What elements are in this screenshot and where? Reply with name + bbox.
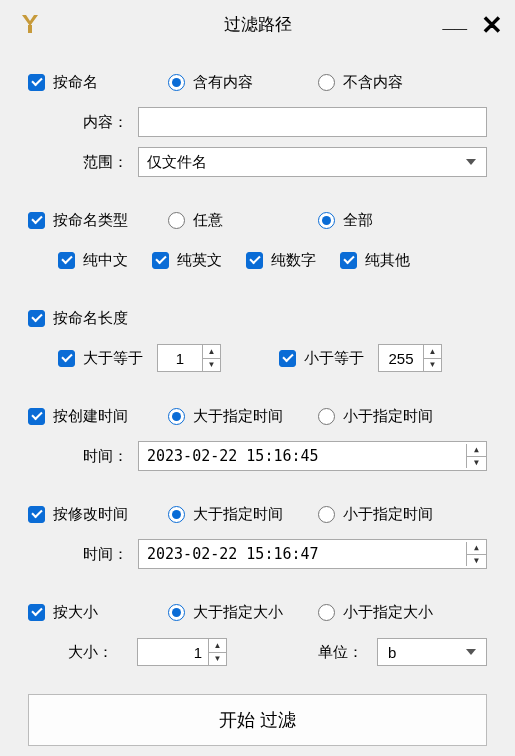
by-name-length-check[interactable]: 按命名长度 (28, 309, 128, 328)
ctime-gt-label: 大于指定时间 (193, 407, 283, 426)
radio-icon (318, 506, 335, 523)
titlebar: 过滤路径 __ ✕ (0, 0, 515, 48)
any-label: 任意 (193, 211, 223, 230)
size-spinner[interactable]: ▲▼ (137, 638, 227, 666)
type-number-check[interactable]: 纯数字 (246, 251, 316, 270)
mtime-gt-radio[interactable]: 大于指定时间 (168, 505, 318, 524)
checkbox-icon (279, 350, 296, 367)
size-gt-label: 大于指定大小 (193, 603, 283, 622)
by-name-type-check[interactable]: 按命名类型 (28, 211, 168, 230)
not-contains-label: 不含内容 (343, 73, 403, 92)
content-field-label: 内容： (58, 113, 128, 132)
by-create-time-check[interactable]: 按创建时间 (28, 407, 168, 426)
gte-spinner[interactable]: ▲▼ (157, 344, 221, 372)
spin-down-icon[interactable]: ▼ (467, 555, 486, 567)
contains-label: 含有内容 (193, 73, 253, 92)
size-field-label: 大小： (58, 643, 113, 662)
checkbox-icon (246, 252, 263, 269)
filter-path-window: 过滤路径 __ ✕ 按命名 含有内容 不含内容 内容： (0, 0, 515, 756)
gte-input[interactable] (158, 345, 202, 371)
size-lt-label: 小于指定大小 (343, 603, 433, 622)
radio-icon (168, 506, 185, 523)
checkbox-icon (28, 212, 45, 229)
type-chinese-check[interactable]: 纯中文 (58, 251, 128, 270)
ctime-lt-radio[interactable]: 小于指定时间 (318, 407, 433, 426)
close-button[interactable]: ✕ (481, 12, 503, 38)
all-label: 全部 (343, 211, 373, 230)
window-title: 过滤路径 (0, 13, 515, 36)
by-create-time-label: 按创建时间 (53, 407, 128, 426)
lte-label: 小于等于 (304, 349, 364, 368)
radio-icon (168, 604, 185, 621)
type-other-check[interactable]: 纯其他 (340, 251, 410, 270)
radio-icon (318, 212, 335, 229)
type-label: 纯中文 (83, 251, 128, 270)
gte-check[interactable]: 大于等于 (58, 349, 143, 368)
mtime-lt-radio[interactable]: 小于指定时间 (318, 505, 433, 524)
lte-input[interactable] (379, 345, 423, 371)
chevron-down-icon (466, 159, 476, 165)
type-label: 纯数字 (271, 251, 316, 270)
by-modify-time-check[interactable]: 按修改时间 (28, 505, 168, 524)
spin-up-icon[interactable]: ▲ (467, 444, 486, 457)
all-radio[interactable]: 全部 (318, 211, 373, 230)
minimize-button[interactable]: __ (443, 9, 467, 31)
mtime-input[interactable]: 2023-02-22 15:16:47 ▲▼ (138, 539, 487, 569)
scope-select[interactable]: 仅文件名 (138, 147, 487, 177)
ctime-field-label: 时间： (58, 447, 128, 466)
type-english-check[interactable]: 纯英文 (152, 251, 222, 270)
by-name-label: 按命名 (53, 73, 98, 92)
size-input[interactable] (138, 639, 208, 665)
by-name-check[interactable]: 按命名 (28, 73, 168, 92)
contains-radio[interactable]: 含有内容 (168, 73, 318, 92)
radio-icon (318, 604, 335, 621)
unit-select-value: b (388, 644, 396, 661)
mtime-field-label: 时间： (58, 545, 128, 564)
spin-down-icon[interactable]: ▼ (467, 457, 486, 469)
chevron-down-icon (466, 649, 476, 655)
type-label: 纯英文 (177, 251, 222, 270)
any-radio[interactable]: 任意 (168, 211, 318, 230)
ctime-value: 2023-02-22 15:16:45 (147, 447, 319, 465)
start-filter-button[interactable]: 开始 过滤 (28, 694, 487, 746)
by-size-label: 按大小 (53, 603, 98, 622)
size-gt-radio[interactable]: 大于指定大小 (168, 603, 318, 622)
mtime-value: 2023-02-22 15:16:47 (147, 545, 319, 563)
ctime-lt-label: 小于指定时间 (343, 407, 433, 426)
type-label: 纯其他 (365, 251, 410, 270)
gte-label: 大于等于 (83, 349, 143, 368)
mtime-lt-label: 小于指定时间 (343, 505, 433, 524)
by-name-length-label: 按命名长度 (53, 309, 128, 328)
content-area: 按命名 含有内容 不含内容 内容： 范围： 仅文件名 (0, 48, 515, 756)
spin-up-icon[interactable]: ▲ (467, 542, 486, 555)
spin-down-icon[interactable]: ▼ (424, 359, 441, 372)
ctime-gt-radio[interactable]: 大于指定时间 (168, 407, 318, 426)
lte-check[interactable]: 小于等于 (279, 349, 364, 368)
spin-up-icon[interactable]: ▲ (209, 639, 226, 653)
not-contains-radio[interactable]: 不含内容 (318, 73, 403, 92)
unit-field-label: 单位： (318, 643, 363, 662)
unit-select[interactable]: b (377, 638, 487, 666)
spin-down-icon[interactable]: ▼ (203, 359, 220, 372)
by-name-type-label: 按命名类型 (53, 211, 128, 230)
size-lt-radio[interactable]: 小于指定大小 (318, 603, 433, 622)
spin-up-icon[interactable]: ▲ (203, 345, 220, 359)
checkbox-icon (340, 252, 357, 269)
radio-icon (318, 408, 335, 425)
by-size-check[interactable]: 按大小 (28, 603, 168, 622)
checkbox-icon (28, 408, 45, 425)
content-input[interactable] (138, 107, 487, 137)
start-filter-label: 开始 过滤 (219, 708, 296, 732)
spin-down-icon[interactable]: ▼ (209, 653, 226, 666)
checkbox-icon (28, 604, 45, 621)
scope-field-label: 范围： (58, 153, 128, 172)
ctime-input[interactable]: 2023-02-22 15:16:45 ▲▼ (138, 441, 487, 471)
checkbox-icon (28, 310, 45, 327)
spin-up-icon[interactable]: ▲ (424, 345, 441, 359)
radio-icon (168, 74, 185, 91)
checkbox-icon (28, 506, 45, 523)
checkbox-icon (28, 74, 45, 91)
checkbox-icon (58, 252, 75, 269)
radio-icon (318, 74, 335, 91)
lte-spinner[interactable]: ▲▼ (378, 344, 442, 372)
